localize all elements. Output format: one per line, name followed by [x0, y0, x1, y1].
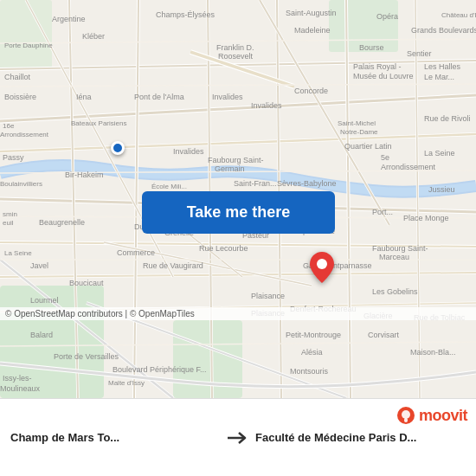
svg-text:Invalides: Invalides — [173, 147, 204, 156]
svg-text:Iéna: Iéna — [76, 93, 92, 101]
svg-text:Corvisart: Corvisart — [368, 331, 400, 339]
svg-text:Moulineaux: Moulineaux — [0, 384, 41, 393]
take-me-there-button[interactable]: Take me there — [142, 191, 335, 234]
svg-text:Faubourg Saint-: Faubourg Saint- — [208, 156, 264, 164]
moovit-brand-text: moovit — [419, 407, 467, 425]
svg-text:Javel: Javel — [30, 261, 48, 270]
svg-text:Bourse: Bourse — [359, 43, 384, 52]
svg-text:Saint-Fran...: Saint-Fran... — [234, 179, 277, 188]
svg-text:Port...: Port... — [372, 208, 393, 216]
svg-text:Montsouris: Montsouris — [290, 367, 329, 376]
svg-text:Champs-Élysées: Champs-Élysées — [156, 10, 215, 19]
svg-point-134 — [402, 410, 410, 419]
svg-text:smin: smin — [3, 210, 17, 218]
svg-text:Passy: Passy — [3, 153, 24, 162]
svg-text:Saint-Augustin: Saint-Augustin — [286, 9, 337, 17]
moovit-logo: moovit — [396, 406, 467, 425]
svg-text:euil: euil — [3, 219, 14, 227]
svg-rect-135 — [404, 418, 408, 422]
origin-marker — [111, 141, 125, 155]
route-arrow — [221, 429, 255, 447]
svg-text:5e: 5e — [381, 153, 389, 162]
svg-text:Germain: Germain — [215, 164, 245, 173]
svg-text:Rue de Vaugirard: Rue de Vaugirard — [143, 261, 203, 270]
svg-text:Sentier: Sentier — [407, 49, 432, 58]
svg-text:Faubourg Saint-: Faubourg Saint- — [372, 244, 428, 253]
svg-text:Balard: Balard — [30, 331, 53, 339]
svg-text:Jussieu: Jussieu — [428, 185, 455, 194]
svg-text:Boulevard Périphérique F...: Boulevard Périphérique F... — [113, 365, 207, 374]
svg-text:Arrondissement: Arrondissement — [381, 163, 436, 171]
map-attribution: © OpenStreetMap contributors | © OpenMap… — [0, 307, 476, 320]
svg-text:Porte Dauphine: Porte Dauphine — [4, 42, 53, 49]
svg-text:Invalides: Invalides — [212, 93, 243, 101]
svg-text:La Seine: La Seine — [424, 149, 455, 158]
moovit-icon — [396, 406, 415, 425]
arrow-right-icon — [226, 429, 250, 447]
svg-text:Franklin D.: Franklin D. — [216, 43, 254, 52]
destination-marker — [310, 252, 334, 286]
svg-text:Le Mar...: Le Mar... — [424, 73, 454, 81]
svg-text:Rue de Rivoli: Rue de Rivoli — [424, 114, 471, 123]
svg-text:Arrondissement: Arrondissement — [0, 131, 49, 138]
svg-text:Boulainvilliers: Boulainvilliers — [0, 180, 42, 188]
svg-text:Kléber: Kléber — [82, 32, 105, 41]
map-container[interactable]: Argentine Champs-Élysées Saint-Augustin … — [0, 0, 476, 398]
svg-text:Boucicaut: Boucicaut — [69, 279, 104, 287]
svg-text:Maison-Bla...: Maison-Bla... — [410, 348, 456, 357]
svg-text:Commerce: Commerce — [117, 248, 155, 257]
svg-text:Pont de l'Alma: Pont de l'Alma — [134, 93, 184, 101]
svg-point-131 — [317, 259, 327, 269]
svg-text:Notre-Dame: Notre-Dame — [340, 128, 378, 136]
svg-text:Madeleine: Madeleine — [294, 26, 331, 35]
svg-text:Palais Royal -: Palais Royal - — [353, 62, 402, 71]
bottom-bar: Champ de Mars To... Faculté de Médecine … — [0, 398, 476, 476]
svg-text:Les Gobelins: Les Gobelins — [372, 287, 418, 296]
svg-text:Boissière: Boissière — [4, 93, 36, 101]
svg-text:Bir-Hakeim: Bir-Hakeim — [65, 170, 104, 179]
destination-name: Faculté de Médecine Paris D... — [255, 431, 466, 444]
svg-text:Rue Lecourbe: Rue Lecourbe — [199, 244, 248, 253]
svg-text:Roosevelt: Roosevelt — [218, 52, 254, 61]
svg-text:Plaisance: Plaisance — [251, 292, 285, 300]
svg-text:Petit-Montrouge: Petit-Montrouge — [286, 331, 341, 339]
svg-text:16e: 16e — [3, 122, 15, 130]
svg-text:Saint-Michel: Saint-Michel — [338, 119, 376, 127]
svg-text:Bateaux Parisiens: Bateaux Parisiens — [71, 119, 126, 127]
svg-text:Marceau: Marceau — [379, 253, 409, 261]
svg-text:Lourmel: Lourmel — [30, 296, 59, 305]
svg-text:Malte d'Issy: Malte d'Issy — [108, 379, 145, 387]
svg-text:Les Halles: Les Halles — [424, 62, 461, 71]
svg-text:Beaugrenelle: Beaugrenelle — [39, 218, 85, 227]
svg-text:Musée du Louvre: Musée du Louvre — [353, 72, 414, 80]
svg-text:Porte de Versailles: Porte de Versailles — [54, 352, 119, 361]
svg-text:Opéra: Opéra — [376, 12, 398, 21]
origin-name: Champ de Mars To... — [10, 431, 221, 444]
route-destination: Faculté de Médecine Paris D... — [255, 431, 466, 444]
svg-text:Argentine: Argentine — [52, 15, 86, 23]
svg-text:Sèvres-Babylone: Sèvres-Babylone — [277, 179, 337, 188]
svg-text:Place Monge: Place Monge — [403, 214, 449, 222]
svg-text:Issy-les-: Issy-les- — [3, 374, 32, 383]
svg-text:Concorde: Concorde — [294, 87, 328, 95]
svg-text:École Mili...: École Mili... — [151, 183, 187, 190]
svg-text:Château d'Eau: Château d'Eau — [441, 11, 476, 19]
svg-text:Grands Boulevards: Grands Boulevards — [411, 26, 476, 35]
svg-text:Invalides: Invalides — [251, 101, 282, 110]
route-origin: Champ de Mars To... — [10, 431, 221, 444]
svg-text:La Seine: La Seine — [4, 249, 32, 257]
svg-text:Quartier Latin: Quartier Latin — [344, 142, 392, 151]
svg-text:Alésia: Alésia — [301, 348, 323, 357]
svg-text:Chaillot: Chaillot — [4, 73, 31, 81]
